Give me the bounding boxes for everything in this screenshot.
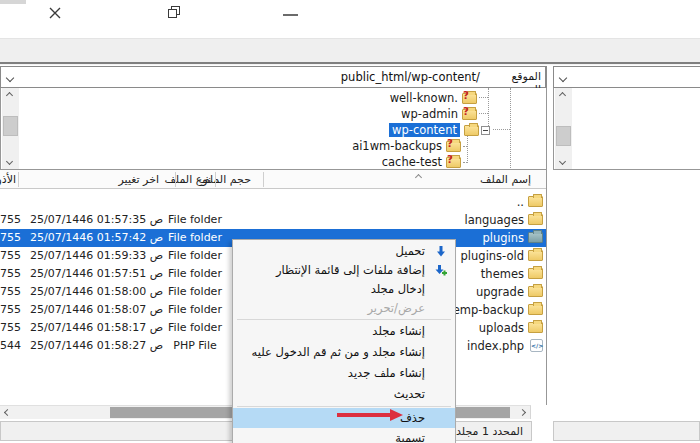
tree-guide-line	[479, 97, 488, 98]
tree-guide-line	[479, 113, 488, 114]
menu-item-refresh[interactable]: تحديث	[233, 384, 455, 405]
folder-question-icon: ?	[446, 157, 461, 168]
file-name: upgrade	[476, 283, 524, 301]
local-path-row	[553, 66, 700, 88]
open-folder-icon	[464, 125, 479, 136]
collapse-expander-icon[interactable]	[481, 126, 490, 135]
scroll-up-icon[interactable]	[6, 92, 13, 99]
remote-path-value: public_html/wp-content/	[341, 70, 480, 84]
pane-top-divider	[0, 62, 700, 65]
tree-item-label: wp-admin	[401, 107, 458, 121]
tree-vertical-scrollbar[interactable]	[555, 88, 572, 169]
restore-button[interactable]	[167, 5, 185, 21]
file-modified: 25/07/1446 01:57:51 ص	[18, 265, 175, 283]
tree-guide-line	[467, 134, 468, 163]
close-icon	[47, 5, 63, 21]
chevron-down-icon[interactable]	[559, 74, 567, 82]
tree-item-cache-test[interactable]: ? cache-test	[382, 154, 461, 170]
column-header-type[interactable]: نوع الملف	[175, 170, 215, 189]
menu-item-create-directory[interactable]: إنشاء مجلد	[233, 321, 455, 342]
filezilla-window: public_html/wp-content/ الموقع البعيد: ?…	[0, 0, 700, 443]
file-permissions: 755	[0, 319, 16, 337]
chevron-down-icon[interactable]	[6, 74, 14, 82]
tree-item-label: .well-known	[390, 91, 458, 105]
scroll-right-icon[interactable]	[519, 409, 526, 416]
scrollbar-thumb[interactable]	[556, 126, 571, 146]
menu-item-view-edit[interactable]: عرض/تحرير	[233, 299, 455, 318]
file-permissions: 755	[0, 211, 16, 229]
file-permissions: 755	[0, 301, 16, 319]
file-name: plugins	[482, 229, 524, 247]
scroll-up-icon[interactable]	[559, 92, 566, 99]
tree-item-well-known[interactable]: ? .well-known	[390, 90, 477, 106]
local-path-combobox[interactable]	[554, 67, 700, 87]
folder-question-icon: ?	[446, 141, 461, 152]
remote-path-row: public_html/wp-content/ الموقع البعيد:	[0, 66, 547, 88]
tree-guide-line	[463, 162, 467, 163]
scroll-down-icon[interactable]	[6, 158, 13, 165]
file-modified: 25/07/1446 01:58:00 ص	[18, 283, 175, 301]
tree-vertical-scrollbar[interactable]	[2, 88, 19, 169]
column-header-size[interactable]: حجم الملف	[215, 170, 263, 189]
folder-question-icon: ?	[462, 93, 477, 104]
file-name: plugins-old	[461, 247, 524, 265]
minimize-icon	[282, 12, 299, 18]
folder-icon	[528, 196, 543, 207]
file-permissions: 755	[0, 265, 16, 283]
window-edge-fragment	[0, 0, 26, 4]
toolbar-strip	[0, 38, 700, 62]
file-permissions: 755	[0, 283, 16, 301]
menu-item-download[interactable]: تحميل	[233, 242, 455, 261]
file-modified: 25/07/1446 01:57:42 ص	[18, 229, 175, 247]
file-modified: 25/07/1446 01:59:33 ص	[18, 247, 175, 265]
selection-status-text: المحدد 1 مجلد.	[453, 425, 523, 438]
column-divider[interactable]	[263, 172, 264, 187]
file-name: uploads	[479, 319, 524, 337]
scroll-down-icon[interactable]	[559, 158, 566, 165]
menu-separator	[237, 319, 451, 320]
remote-path-label: الموقع البعيد:	[484, 67, 546, 87]
file-name: themes	[481, 265, 524, 283]
tree-guide-line	[493, 129, 510, 130]
file-permissions: 755	[0, 247, 16, 265]
menu-item-rename[interactable]: تسمية	[233, 428, 455, 443]
folder-icon	[528, 286, 543, 297]
column-header-modified[interactable]: اخر تغيير	[18, 170, 175, 189]
file-name: languages	[464, 211, 524, 229]
php-file-icon: </>	[530, 339, 543, 352]
tree-item-label: ai1wm-backups	[352, 139, 442, 153]
scroll-left-icon[interactable]	[4, 409, 11, 416]
file-permissions: 755	[0, 229, 16, 247]
file-row-parent[interactable]: ..	[0, 193, 546, 211]
close-button[interactable]	[47, 5, 65, 21]
folder-question-icon: ?	[462, 109, 477, 120]
file-modified: 25/07/1446 01:58:27 ص	[18, 337, 175, 355]
column-header-name[interactable]: إسم الملف	[263, 170, 545, 189]
column-divider[interactable]	[215, 172, 216, 187]
tree-item-label: wp-content	[389, 123, 460, 137]
file-modified: 25/07/1446 01:58:17 ص	[18, 319, 175, 337]
column-divider[interactable]	[18, 172, 19, 187]
menu-separator	[237, 406, 451, 407]
annotation-arrow-icon	[337, 409, 403, 424]
tree-item-label: cache-test	[382, 155, 442, 169]
file-list-header: إسم الملف حجم الملف نوع الملف اخر تغيير …	[0, 170, 546, 189]
remote-path-combobox[interactable]: public_html/wp-content/	[1, 67, 484, 87]
scrollbar-thumb[interactable]	[3, 116, 18, 136]
file-modified: 25/07/1446 01:58:07 ص	[18, 301, 175, 319]
tree-guide-line	[463, 146, 467, 147]
menu-item-create-directory-and-enter[interactable]: إنشاء مجلد و من ثم قم الدخول عليه	[233, 342, 455, 363]
folder-icon	[528, 304, 543, 315]
column-divider[interactable]	[175, 172, 176, 187]
menu-item-add-to-queue[interactable]: إضافة ملفات إلى قائمة الإنتظار	[233, 261, 455, 280]
tree-item-wp-content[interactable]: wp-content	[389, 122, 490, 138]
restore-icon	[167, 5, 182, 20]
minimize-button[interactable]	[282, 8, 300, 24]
file-row-languages[interactable]: languages File folder 25/07/1446 01:57:3…	[0, 211, 546, 229]
folder-icon	[528, 232, 543, 243]
column-header-permissions[interactable]: الأذونات	[0, 170, 16, 189]
tree-item-wp-admin[interactable]: ? wp-admin	[401, 106, 477, 122]
menu-item-enter-directory[interactable]: إدخال مجلد	[233, 280, 455, 299]
tree-item-ai1wm-backups[interactable]: ? ai1wm-backups	[352, 138, 461, 154]
menu-item-create-new-file[interactable]: إنشاء ملف جديد	[233, 363, 455, 384]
